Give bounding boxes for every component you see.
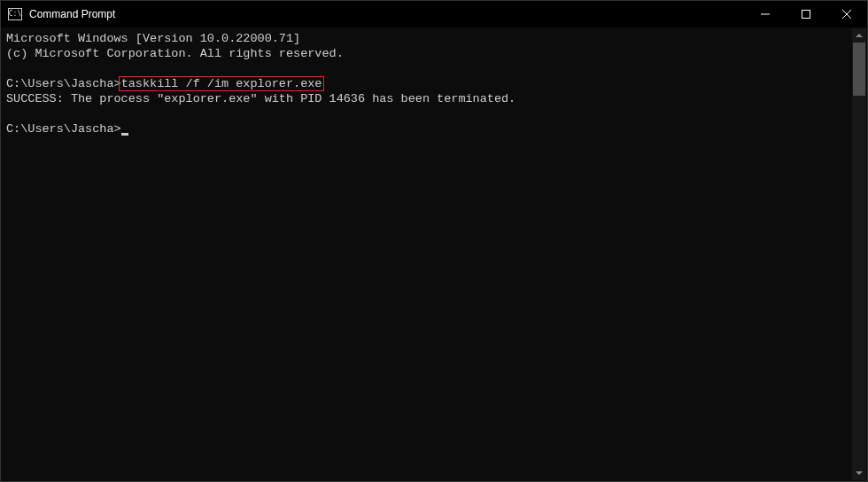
- cmd-icon: C:\: [8, 8, 22, 20]
- scroll-track[interactable]: [852, 96, 866, 466]
- success-output: SUCCESS: The process "explorer.exe" with…: [6, 91, 862, 106]
- terminal-output[interactable]: Microsoft Windows [Version 10.0.22000.71…: [1, 27, 867, 481]
- chevron-up-icon: [856, 34, 863, 37]
- scroll-thumb[interactable]: [853, 43, 865, 96]
- command-line-2: C:\Users\Jascha>: [6, 121, 862, 136]
- command-prompt-window: C:\ Command Prompt Microsoft Windows: [0, 0, 868, 482]
- scroll-down-arrow[interactable]: [852, 466, 866, 480]
- minimize-button[interactable]: [745, 1, 786, 27]
- version-line: Microsoft Windows [Version 10.0.22000.71…: [6, 31, 862, 46]
- close-button[interactable]: [826, 1, 867, 27]
- minimize-icon: [761, 10, 770, 19]
- command-line-1: C:\Users\Jascha>taskkill /f /im explorer…: [6, 76, 862, 91]
- maximize-icon: [802, 10, 810, 19]
- titlebar[interactable]: C:\ Command Prompt: [1, 1, 867, 27]
- prompt-1: C:\Users\Jascha>: [6, 77, 121, 90]
- cursor: [121, 133, 128, 136]
- window-controls: [745, 1, 867, 27]
- scroll-up-arrow[interactable]: [852, 28, 866, 43]
- window-title: Command Prompt: [29, 8, 745, 20]
- prompt-2: C:\Users\Jascha>: [6, 122, 121, 136]
- svg-rect-1: [802, 11, 810, 19]
- scrollbar[interactable]: [852, 28, 866, 480]
- close-icon: [842, 10, 851, 19]
- maximize-button[interactable]: [786, 1, 826, 27]
- chevron-down-icon: [856, 471, 863, 475]
- highlighted-command: taskkill /f /im explorer.exe: [119, 76, 325, 91]
- copyright-line: (c) Microsoft Corporation. All rights re…: [6, 46, 862, 61]
